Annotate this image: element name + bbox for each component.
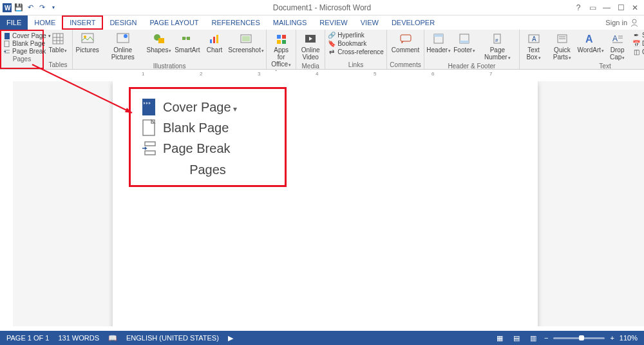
- undo-icon[interactable]: ↶: [26, 3, 35, 12]
- hyperlink-icon: 🔗: [328, 31, 336, 39]
- group-pages-label: Pages: [4, 55, 40, 63]
- tab-references[interactable]: REFERENCES: [205, 15, 267, 30]
- callout-page-break[interactable]: Page Break: [141, 138, 274, 159]
- svg-text:#: #: [495, 37, 498, 43]
- pictures-button[interactable]: Pictures: [75, 31, 99, 55]
- minimize-icon[interactable]: —: [601, 3, 612, 13]
- svg-rect-32: [460, 41, 469, 43]
- status-proofing-icon[interactable]: 📖: [108, 334, 117, 342]
- svg-rect-24: [282, 35, 286, 39]
- svg-point-13: [124, 34, 128, 38]
- screenshot-button[interactable]: Screenshot: [229, 31, 263, 55]
- page-break-button[interactable]: Page Break: [4, 48, 40, 55]
- horizontal-ruler[interactable]: 1 2 3 4 5 6 7: [0, 70, 644, 81]
- ribbon-tabs: FILE HOME INSERT DESIGN PAGE LAYOUT REFE…: [0, 15, 644, 30]
- help-icon[interactable]: ?: [573, 3, 583, 13]
- datetime-button[interactable]: 📅Date & Time: [632, 39, 644, 47]
- close-icon[interactable]: ✕: [630, 3, 640, 13]
- svg-rect-23: [277, 35, 281, 39]
- chart-button[interactable]: Chart: [203, 31, 226, 55]
- zoom-in-icon[interactable]: +: [610, 334, 614, 342]
- zoom-out-icon[interactable]: −: [544, 334, 548, 342]
- online-pictures-button[interactable]: Online Pictures: [102, 31, 144, 62]
- group-headerfooter: Header Footer #Page Number Header & Foot…: [424, 30, 519, 69]
- signin-link[interactable]: Sign in: [600, 15, 644, 30]
- cover-page-button[interactable]: Cover Page▾: [4, 32, 40, 39]
- wordart-button[interactable]: AWordArt: [579, 31, 602, 55]
- comment-icon: [399, 32, 412, 45]
- view-web-icon[interactable]: ▥: [527, 333, 539, 342]
- svg-text:W: W: [5, 5, 11, 12]
- smartart-button[interactable]: SmartArt: [175, 31, 200, 55]
- tab-insert[interactable]: INSERT: [62, 15, 103, 30]
- group-apps: Apps for Office Apps: [267, 30, 296, 69]
- status-page[interactable]: PAGE 1 OF 1: [6, 334, 49, 342]
- pagenumber-button[interactable]: #Page Number: [478, 31, 516, 62]
- qat-more-icon[interactable]: ▾: [49, 3, 58, 12]
- header-icon: [432, 32, 445, 45]
- svg-rect-17: [187, 37, 190, 40]
- table-button[interactable]: Table: [46, 31, 70, 55]
- vertical-ruler[interactable]: [0, 81, 13, 326]
- page-break-icon: [141, 141, 156, 156]
- blank-page-button[interactable]: Blank Page: [4, 40, 40, 47]
- group-text: AText Box Quick Parts AWordArt ADrop Cap…: [520, 30, 645, 69]
- footer-button[interactable]: Footer: [453, 31, 476, 55]
- status-bar: PAGE 1 OF 1 131 WORDS 📖 ENGLISH (UNITED …: [0, 331, 644, 345]
- maximize-icon[interactable]: ☐: [616, 3, 626, 13]
- tab-view[interactable]: VIEW: [354, 15, 385, 30]
- online-video-button[interactable]: Online Video: [299, 31, 322, 62]
- tab-design[interactable]: DESIGN: [103, 15, 143, 30]
- callout-blank-page[interactable]: Blank Page: [141, 117, 274, 138]
- view-print-icon[interactable]: ▤: [511, 333, 522, 342]
- textbox-button[interactable]: AText Box: [522, 31, 545, 62]
- redo-icon[interactable]: ↷: [37, 3, 46, 12]
- pagenumber-icon: #: [491, 32, 504, 45]
- zoom-slider[interactable]: [553, 337, 605, 339]
- view-read-icon[interactable]: ▦: [494, 333, 506, 342]
- ribbon-options-icon[interactable]: ▭: [587, 3, 598, 13]
- online-pictures-icon: [117, 32, 129, 45]
- quickparts-button[interactable]: Quick Parts: [548, 31, 577, 62]
- callout-cover-page[interactable]: Cover Page: [141, 97, 274, 117]
- status-macro-icon[interactable]: ▶: [228, 334, 233, 342]
- group-links: 🔗Hyperlink 🔖Bookmark ⇄Cross-reference Li…: [325, 30, 387, 69]
- smartart-icon: [181, 32, 194, 45]
- hyperlink-button[interactable]: 🔗Hyperlink: [328, 31, 384, 39]
- svg-text:A: A: [612, 34, 618, 43]
- datetime-icon: 📅: [632, 39, 640, 47]
- svg-rect-30: [434, 34, 443, 37]
- word-icon: W: [3, 3, 12, 12]
- crossref-button[interactable]: ⇄Cross-reference: [328, 48, 384, 55]
- group-comments: Comment Comments: [387, 30, 424, 69]
- bookmark-button[interactable]: 🔖Bookmark: [328, 39, 384, 47]
- tab-file[interactable]: FILE: [0, 15, 28, 30]
- signature-button[interactable]: ✒Signature Line▾: [632, 31, 644, 39]
- comment-button[interactable]: Comment: [390, 31, 421, 55]
- tab-review[interactable]: REVIEW: [313, 15, 354, 30]
- shapes-button[interactable]: Shapes: [146, 31, 172, 55]
- svg-rect-26: [282, 40, 286, 44]
- document-area: [0, 81, 644, 326]
- status-words[interactable]: 131 WORDS: [58, 334, 99, 342]
- tab-pagelayout[interactable]: PAGE LAYOUT: [144, 15, 205, 30]
- dropcap-icon: A: [611, 32, 624, 45]
- shapes-icon: [153, 32, 166, 45]
- apps-button[interactable]: Apps for Office: [269, 31, 293, 69]
- tab-home[interactable]: HOME: [28, 15, 62, 30]
- zoom-level[interactable]: 110%: [620, 334, 638, 342]
- screenshot-icon: [240, 32, 252, 45]
- svg-rect-16: [182, 37, 185, 40]
- status-language[interactable]: ENGLISH (UNITED STATES): [126, 334, 219, 342]
- group-tables: Table Tables: [44, 30, 73, 69]
- object-button[interactable]: ◫Object▾: [632, 48, 644, 55]
- dropcap-button[interactable]: ADrop Cap: [605, 31, 630, 62]
- svg-rect-18: [210, 39, 212, 43]
- svg-rect-3: [5, 33, 10, 39]
- chart-icon: [208, 32, 221, 45]
- header-button[interactable]: Header: [427, 31, 450, 55]
- group-media: Online Video Media: [296, 30, 325, 69]
- tab-developer[interactable]: DEVELOPER: [385, 15, 441, 30]
- tab-mailings[interactable]: MAILINGS: [267, 15, 314, 30]
- save-icon[interactable]: 💾: [14, 3, 23, 12]
